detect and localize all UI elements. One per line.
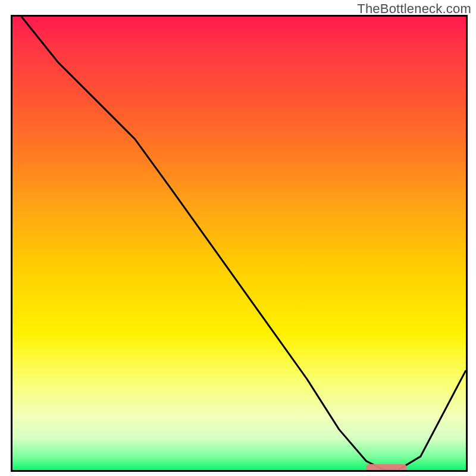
- plot-area: [11, 15, 468, 472]
- curve-svg: [12, 17, 466, 470]
- bottleneck-curve-path: [21, 17, 466, 470]
- minimum-marker: [366, 464, 407, 471]
- chart-frame: TheBottleneck.com: [0, 0, 476, 476]
